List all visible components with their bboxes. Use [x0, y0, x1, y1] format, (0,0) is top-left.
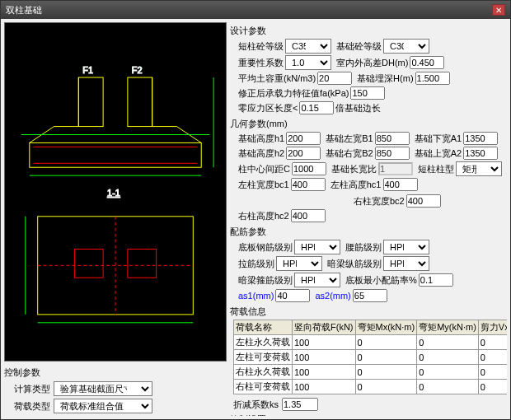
min-ratio-input[interactable]: [419, 273, 453, 287]
table-header: 弯矩Mx(kN·m): [355, 320, 417, 335]
design-header: 设计参数: [230, 25, 505, 37]
table-header: 弯矩My(kN·m): [417, 320, 479, 335]
control-params-group: 控制参数 计算类型 验算基础截面尺寸 荷载类型 荷载标准组合值: [4, 366, 227, 416]
title-text: 双柱基础: [6, 4, 42, 16]
fak-input[interactable]: [350, 86, 385, 100]
h2-input[interactable]: [286, 147, 321, 160]
control-params-header: 控制参数: [4, 366, 227, 379]
calc-type-label: 计算类型: [4, 383, 50, 395]
a2-input[interactable]: [463, 147, 498, 160]
svg-text:F2: F2: [132, 65, 143, 75]
svg-rect-1: [78, 77, 103, 127]
table-row[interactable]: 右柱可变荷载1000000: [234, 380, 508, 394]
h1-input[interactable]: [286, 132, 321, 145]
loads-header: 荷载信息: [230, 306, 505, 318]
bc1-input[interactable]: [291, 178, 326, 191]
coltype-select[interactable]: 矩形柱: [456, 161, 502, 176]
b1-input[interactable]: [375, 132, 410, 145]
zero-stress-input[interactable]: [299, 101, 334, 114]
draw-header: 绘制设置: [230, 413, 505, 416]
section-label: 1-1: [107, 188, 120, 198]
geom-header: 几何参数(mm): [230, 118, 505, 130]
ratio-input: [378, 162, 413, 175]
stirrup-select[interactable]: HPB300: [294, 273, 340, 287]
table-row[interactable]: 右柱永久荷载1000000: [234, 365, 508, 380]
load-type-label: 荷载类型: [4, 400, 50, 413]
found-conc-select[interactable]: C30: [383, 39, 429, 54]
short-col-conc-select[interactable]: C35: [285, 39, 331, 54]
hc1-input[interactable]: [383, 178, 418, 191]
titlebar: 双柱基础 ✕: [1, 1, 510, 19]
tie-bar-select[interactable]: HPB300: [276, 256, 322, 271]
drawing-preview: F1 F2 1-1: [4, 22, 227, 362]
b2-input[interactable]: [375, 147, 410, 160]
svg-rect-2: [128, 77, 152, 127]
table-row[interactable]: 左柱可变荷载1000000: [234, 350, 508, 365]
calc-type-select[interactable]: 验算基础截面尺寸: [54, 381, 152, 396]
as1-input[interactable]: [275, 289, 310, 302]
svg-rect-12: [128, 249, 157, 278]
c-input[interactable]: [292, 162, 326, 175]
dh-input[interactable]: [410, 56, 444, 69]
close-icon[interactable]: ✕: [492, 4, 505, 16]
depth-input[interactable]: [415, 72, 450, 85]
a1-input[interactable]: [463, 132, 498, 145]
reduce-input[interactable]: [282, 398, 318, 411]
bc2-input[interactable]: [406, 194, 441, 208]
dialog-window: 双柱基础 ✕: [0, 0, 511, 420]
importance-select[interactable]: 1.0: [285, 55, 331, 70]
loads-table[interactable]: 荷载名称竖向荷载F(kN)弯矩Mx(kN·m)弯矩My(kN·m)剪力Vx(kN…: [233, 320, 507, 394]
table-header: 竖向荷载F(kN): [293, 320, 356, 335]
hc2-input[interactable]: [291, 209, 326, 222]
beam-bar-select[interactable]: HPB300: [383, 256, 429, 271]
bottom-bar-select[interactable]: HPB300: [294, 240, 340, 254]
waist-bar-select[interactable]: HPB300: [383, 240, 429, 254]
table-row[interactable]: 左柱永久荷载1000000: [234, 335, 508, 350]
table-header: 剪力Vx(kN): [478, 320, 507, 335]
svg-rect-11: [74, 249, 103, 278]
svg-text:F1: F1: [82, 65, 93, 75]
soil-weight-input[interactable]: [317, 72, 352, 85]
load-type-select[interactable]: 荷载标准组合值: [54, 399, 152, 413]
as2-input[interactable]: [353, 289, 387, 302]
table-header: 荷载名称: [234, 320, 293, 335]
rebar-header: 配筋参数: [230, 226, 505, 238]
